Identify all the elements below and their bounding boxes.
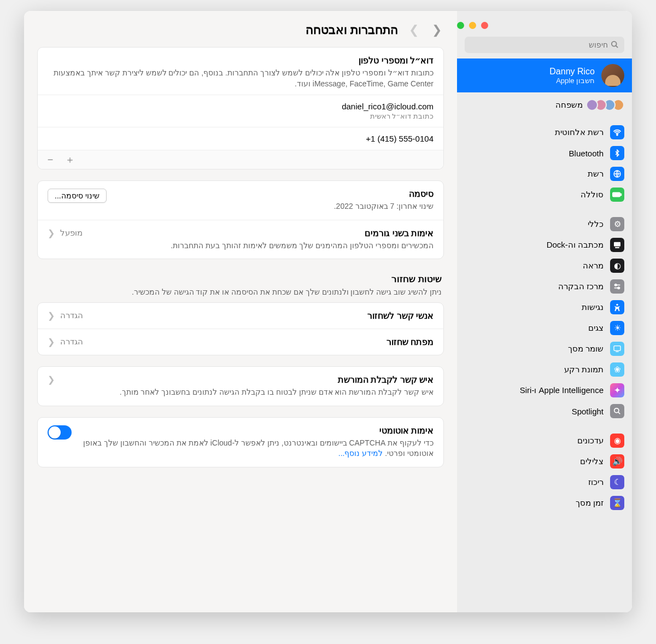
legacy-title: איש קשר לקבלת המורשת: [63, 374, 434, 385]
legacy-desc: איש קשר לקבלת המורשת הוא אדם שניתן לבטוח…: [63, 387, 434, 398]
sidebar-item-bluetooth[interactable]: Bluetooth: [457, 143, 632, 163]
svg-rect-4: [613, 192, 620, 197]
sidebar-item-apple-id[interactable]: Danny Rico חשבון Apple: [457, 58, 632, 92]
remove-contact-button[interactable]: −: [43, 154, 57, 166]
phone-row[interactable]: +1 (415) 555-0104: [38, 127, 443, 150]
twofa-row[interactable]: אימות בשני גורמים המכשירים ומספרי הטלפון…: [38, 220, 443, 259]
page-title: התחברות ואבטחה: [306, 23, 398, 37]
chevron-left-icon: ❮: [48, 228, 55, 238]
autoverify-desc: כדי לעקוף את CAPTCHA ביישומים ובאינטרנט,…: [80, 438, 434, 459]
gear-icon: ⚙: [610, 217, 624, 231]
chevron-left-icon: ❮: [48, 374, 55, 385]
autoverify-card: אימות אוטומטי כדי לעקוף את CAPTCHA ביישו…: [37, 417, 444, 467]
accessibility-icon: [610, 300, 624, 314]
svg-rect-7: [615, 247, 619, 248]
contacts-desc: כתובות דוא״ל ומספרי טלפון אלה יכולים לשמ…: [48, 68, 434, 89]
search-input[interactable]: [465, 37, 624, 53]
battery-icon: [610, 188, 624, 202]
password-sub: שינוי אחרון: 7 באוקטובר 2022.: [115, 201, 434, 212]
back-button[interactable]: ❮: [430, 21, 444, 39]
close-window-button[interactable]: [481, 22, 488, 29]
sidebar-item-displays[interactable]: ☀צגים: [457, 318, 632, 338]
sidebar-item-accessibility[interactable]: נגישות: [457, 297, 632, 318]
chevron-left-icon: ❮: [48, 337, 55, 347]
sidebar-item-network[interactable]: רשת: [457, 163, 632, 184]
recovery-contact-row[interactable]: אנשי קשר לשחזור הגדרה ❮: [38, 303, 443, 329]
search-icon: [611, 40, 619, 51]
svg-point-15: [614, 408, 619, 413]
sidebar-item-wallpaper[interactable]: ❀תמונת רקע: [457, 359, 632, 380]
sidebar-item-siri[interactable]: ✦Apple Intelligence ו-Siri: [457, 380, 632, 401]
security-card: סיסמה שינוי אחרון: 7 באוקטובר 2022. שינו…: [37, 180, 444, 259]
svg-line-16: [618, 412, 620, 414]
svg-point-11: [618, 287, 619, 289]
forward-button[interactable]: ❯: [407, 21, 421, 39]
appearance-icon: ◐: [610, 259, 624, 273]
twofa-desc: המכשירים ומספרי הטלפון המהימנים שלך משמש…: [91, 241, 434, 251]
autoverify-toggle[interactable]: [48, 425, 72, 440]
recovery-card: אנשי קשר לשחזור הגדרה ❮ מפתח שחזור הגדרה…: [37, 302, 444, 355]
spotlight-icon: [610, 404, 624, 418]
displays-icon: ☀: [610, 321, 624, 335]
add-contact-button[interactable]: ＋: [63, 154, 77, 166]
avatar: [601, 64, 624, 87]
svg-point-9: [615, 284, 617, 286]
minimize-window-button[interactable]: [469, 22, 476, 29]
sidebar-item-control-center[interactable]: מרכז הבקרה: [457, 276, 632, 297]
recovery-section-title: שיטות שחזור: [39, 273, 442, 285]
sidebar-item-general[interactable]: ⚙כללי: [457, 214, 632, 235]
contacts-card: דוא״ל ומספרי טלפון כתובות דוא״ל ומספרי ט…: [37, 47, 444, 169]
phone-value: +1 (415) 555-0104: [48, 134, 434, 143]
sidebar-item-dock[interactable]: מכתבה וה-Dock: [457, 235, 632, 255]
svg-point-2: [617, 134, 618, 136]
sidebar-item-screentime[interactable]: ⌛זמן מסך: [457, 493, 632, 513]
sidebar-item-focus[interactable]: ☾ריכוז: [457, 472, 632, 493]
chevron-left-icon: ❮: [48, 311, 55, 321]
change-password-button[interactable]: שינוי סיסמה...: [48, 189, 107, 203]
sidebar-item-updates[interactable]: ◉עדכונים: [457, 430, 632, 451]
recovery-section-desc: ניתן להשיג שוב גישה לחשבון ולנתונים שלך …: [39, 287, 442, 298]
siri-icon: ✦: [610, 383, 624, 397]
moon-icon: ☾: [610, 475, 624, 489]
hourglass-icon: ⌛: [610, 496, 624, 510]
sidebar-item-sounds[interactable]: 🔊צלילים: [457, 451, 632, 472]
globe-icon: [610, 167, 624, 181]
sidebar-item-appearance[interactable]: ◐מראה: [457, 255, 632, 276]
twofa-status: מופעל: [60, 228, 83, 238]
svg-point-12: [616, 304, 618, 306]
sidebar-item-wifi[interactable]: רשת אלחוטית: [457, 122, 632, 143]
legacy-row[interactable]: איש קשר לקבלת המורשת איש קשר לקבלת המורש…: [38, 367, 443, 406]
email-value: daniel_rico1@icloud.com: [48, 102, 434, 111]
password-title: סיסמה: [115, 189, 434, 199]
main-panel: ❮ ❯ התחברות ואבטחה דוא״ל ומספרי טלפון כת…: [24, 11, 457, 612]
speaker-icon: 🔊: [610, 454, 624, 469]
contacts-title: דוא״ל ומספרי טלפון: [48, 55, 434, 66]
recovery-key-status: הגדרה: [60, 337, 83, 347]
sidebar-item-screensaver[interactable]: שומר מסך: [457, 338, 632, 359]
recovery-contact-status: הגדרה: [60, 311, 83, 320]
autoverify-row: אימות אוטומטי כדי לעקוף את CAPTCHA ביישו…: [38, 418, 443, 467]
traffic-lights: [457, 19, 632, 37]
fullscreen-window-button[interactable]: [457, 22, 464, 29]
legacy-card: איש קשר לקבלת המורשת איש קשר לקבלת המורש…: [37, 366, 444, 406]
recovery-key-row[interactable]: מפתח שחזור הגדרה ❮: [38, 329, 443, 355]
sidebar-item-spotlight[interactable]: Spotlight: [457, 401, 632, 421]
settings-window: Danny Rico חשבון Apple משפחה רשת אלחוטית…: [24, 11, 632, 612]
svg-rect-6: [614, 242, 620, 247]
twofa-title: אימות בשני גורמים: [91, 228, 434, 238]
learn-more-link[interactable]: למידע נוסף...: [338, 449, 383, 458]
email-row[interactable]: daniel_rico1@icloud.com כתובת דוא״ל ראשי…: [38, 95, 443, 127]
email-sub: כתובת דוא״ל ראשית: [48, 112, 434, 120]
sidebar-item-battery[interactable]: סוללה: [457, 184, 632, 205]
recovery-key-title: מפתח שחזור: [386, 337, 434, 347]
svg-point-0: [612, 42, 617, 46]
bell-icon: ◉: [610, 434, 624, 448]
svg-line-1: [616, 45, 618, 48]
wifi-icon: [610, 125, 624, 139]
user-name: Danny Rico: [549, 67, 595, 77]
dock-icon: [610, 238, 624, 252]
bluetooth-icon: [610, 146, 624, 160]
recovery-contact-title: אנשי קשר לשחזור: [367, 311, 434, 321]
screensaver-icon: [610, 342, 624, 356]
sidebar-item-family[interactable]: משפחה: [457, 92, 632, 118]
